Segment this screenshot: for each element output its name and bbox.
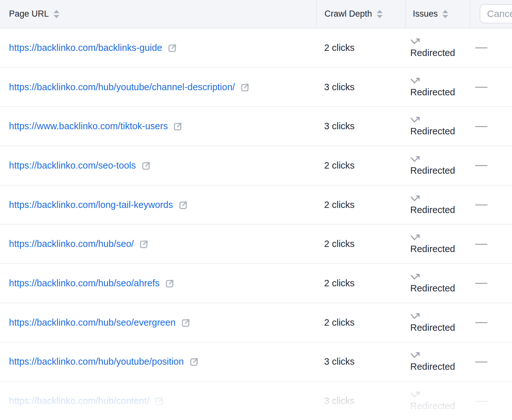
page-url-link[interactable]: https://backlinko.com/hub/seo/ xyxy=(9,239,134,249)
external-link-icon[interactable] xyxy=(141,161,151,171)
external-link-icon[interactable] xyxy=(180,318,191,328)
issues-cell: Redirected xyxy=(405,225,470,263)
column-label-issues: Issues xyxy=(413,9,438,19)
issue-status-label: Redirected xyxy=(410,283,455,294)
no-value-dash: — xyxy=(475,316,487,328)
crawl-depth-cell: 3 clicks xyxy=(316,68,405,107)
issue-status-label: Redirected xyxy=(410,401,455,411)
table-row: https://backlinko.com/hub/seo/ahrefs 2 c… xyxy=(0,264,512,303)
table-body: https://backlinko.com/backlinks-guide 2 … xyxy=(0,28,512,420)
crawl-depth-value: 2 clicks xyxy=(324,317,355,328)
crawl-depth-cell: 2 clicks xyxy=(316,303,405,342)
issue-status-label: Redirected xyxy=(410,322,455,333)
table-header: Page URL Crawl Depth Issues xyxy=(0,0,512,28)
redirect-arrow-icon xyxy=(410,312,422,321)
table-row: https://backlinko.com/long-tail-keywords… xyxy=(0,186,512,225)
page-url-cell: https://backlinko.com/seo-tools xyxy=(0,146,316,185)
crawl-depth-value: 2 clicks xyxy=(324,43,355,53)
page-url-link[interactable]: https://backlinko.com/hub/seo/ahrefs xyxy=(9,278,160,289)
redirect-arrow-icon xyxy=(410,234,422,243)
page-url-link[interactable]: https://backlinko.com/long-tail-keywords xyxy=(9,200,173,210)
crawl-depth-cell: 2 clicks xyxy=(316,186,405,224)
redirect-arrow-icon xyxy=(410,391,422,400)
no-value-dash: — xyxy=(475,120,487,132)
table-row: https://backlinko.com/hub/seo/ 2 clicks … xyxy=(0,225,512,264)
external-link-icon[interactable] xyxy=(189,357,199,367)
crawl-depth-cell: 2 clicks xyxy=(316,264,405,303)
page-url-link[interactable]: https://backlinko.com/hub/youtube/channe… xyxy=(9,82,235,92)
external-link-icon[interactable] xyxy=(178,200,188,210)
external-link-icon[interactable] xyxy=(172,122,183,132)
table-row: https://www.backlinko.com/tiktok-users 3… xyxy=(0,107,512,146)
page-url-link[interactable]: https://backlinko.com/hub/seo/evergreen xyxy=(9,317,176,328)
sort-arrows-icon[interactable] xyxy=(376,10,383,18)
issue-status-label: Redirected xyxy=(410,126,455,137)
cancel-button[interactable]: Cancel xyxy=(480,4,512,23)
sort-arrows-icon[interactable] xyxy=(442,10,449,18)
no-value-dash: — xyxy=(475,41,487,53)
page-url-cell: https://backlinko.com/hub/youtube/channe… xyxy=(0,68,316,107)
extra-value-cell: — xyxy=(470,382,512,420)
issues-cell: Redirected xyxy=(405,68,470,107)
page-url-link[interactable]: https://backlinko.com/seo-tools xyxy=(9,160,136,171)
table-row: https://backlinko.com/hub/content/ 3 cli… xyxy=(0,382,512,420)
no-value-dash: — xyxy=(475,198,487,210)
external-link-icon[interactable] xyxy=(240,83,250,93)
no-value-dash: — xyxy=(475,355,487,367)
issues-cell: Redirected xyxy=(405,303,470,342)
page-url-cell: https://backlinko.com/backlinks-guide xyxy=(0,28,316,67)
sort-arrows-icon[interactable] xyxy=(53,10,60,18)
redirect-arrow-icon xyxy=(410,37,422,47)
extra-value-cell: — xyxy=(470,28,512,67)
column-label-page-url: Page URL xyxy=(9,9,49,19)
external-link-icon[interactable] xyxy=(164,279,175,289)
redirect-arrow-icon xyxy=(410,194,422,204)
column-header-issues[interactable]: Issues xyxy=(405,0,470,28)
column-header-page-url[interactable]: Page URL xyxy=(0,0,316,28)
issue-status-label: Redirected xyxy=(410,361,455,372)
page-url-cell: https://backlinko.com/hub/seo/ xyxy=(0,225,316,263)
page-url-cell: https://www.backlinko.com/tiktok-users xyxy=(0,107,316,146)
crawl-depth-value: 3 clicks xyxy=(324,356,355,367)
external-link-icon[interactable] xyxy=(167,43,177,53)
issue-status-label: Redirected xyxy=(410,205,455,215)
issues-cell: Redirected xyxy=(405,264,470,303)
crawl-depth-cell: 3 clicks xyxy=(316,382,405,420)
crawl-depth-value: 3 clicks xyxy=(324,396,355,406)
issues-cell: Redirected xyxy=(405,382,470,420)
crawled-pages-table: Page URL Crawl Depth Issues https://back… xyxy=(0,0,512,420)
extra-value-cell: — xyxy=(470,107,512,146)
table-row: https://backlinko.com/backlinks-guide 2 … xyxy=(0,28,512,68)
external-link-icon[interactable] xyxy=(154,396,164,407)
column-header-crawl-depth[interactable]: Crawl Depth xyxy=(316,0,405,28)
extra-value-cell: — xyxy=(470,264,512,303)
page-url-link[interactable]: https://backlinko.com/hub/youtube/positi… xyxy=(9,356,184,367)
crawl-depth-value: 2 clicks xyxy=(324,160,355,171)
issue-status-label: Redirected xyxy=(410,48,455,58)
extra-value-cell: — xyxy=(470,303,512,342)
page-url-link[interactable]: https://backlinko.com/backlinks-guide xyxy=(9,43,162,53)
table-row: https://backlinko.com/hub/youtube/positi… xyxy=(0,343,512,382)
issue-status-label: Redirected xyxy=(410,165,455,176)
redirect-arrow-icon xyxy=(410,155,422,164)
extra-value-cell: — xyxy=(470,68,512,107)
crawl-depth-cell: 3 clicks xyxy=(316,107,405,146)
external-link-icon[interactable] xyxy=(139,239,149,250)
crawl-depth-value: 2 clicks xyxy=(324,200,355,210)
issue-status-label: Redirected xyxy=(410,244,455,254)
crawl-depth-value: 2 clicks xyxy=(324,239,355,249)
crawl-depth-cell: 2 clicks xyxy=(316,28,405,67)
issues-cell: Redirected xyxy=(405,146,470,185)
page-url-cell: https://backlinko.com/hub/seo/ahrefs xyxy=(0,264,316,303)
table-row: https://backlinko.com/seo-tools 2 clicks… xyxy=(0,146,512,186)
redirect-arrow-icon xyxy=(410,351,422,361)
table-row: https://backlinko.com/hub/youtube/channe… xyxy=(0,68,512,107)
page-url-link[interactable]: https://backlinko.com/hub/content/ xyxy=(9,396,149,406)
no-value-dash: — xyxy=(475,276,487,289)
issues-cell: Redirected xyxy=(405,107,470,146)
no-value-dash: — xyxy=(475,237,487,250)
extra-value-cell: — xyxy=(470,343,512,381)
crawl-depth-cell: 2 clicks xyxy=(316,225,405,263)
page-url-link[interactable]: https://www.backlinko.com/tiktok-users xyxy=(9,121,168,131)
page-url-cell: https://backlinko.com/long-tail-keywords xyxy=(0,186,316,224)
